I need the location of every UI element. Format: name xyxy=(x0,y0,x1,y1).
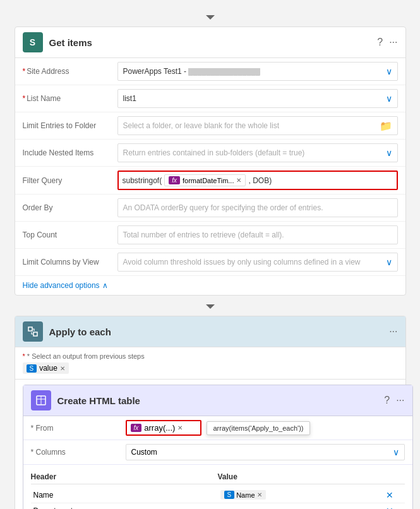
filter-query-input[interactable]: substringof( fx formatDateTim... ✕ , DOB… xyxy=(117,171,398,190)
site-address-label: *Site Address xyxy=(23,67,117,76)
name-token-s-icon: S xyxy=(224,491,235,499)
site-address-row: *Site Address PowerApps Test1 - ████████… xyxy=(15,58,405,85)
top-count-placeholder: Total number of entries to retrieve (def… xyxy=(123,231,284,239)
name-token-label: Name xyxy=(236,491,255,499)
help-icon[interactable]: ? xyxy=(377,37,383,48)
apply-each-header: Apply to each ··· xyxy=(15,316,405,347)
create-html-table-card: Create HTML table ? ··· * From fx array(… xyxy=(23,385,413,509)
filter-query-row: Filter Query substringof( fx formatDateT… xyxy=(15,167,405,195)
limit-columns-input[interactable]: Avoid column threshold issues by only us… xyxy=(117,253,398,272)
limit-columns-row: Limit Columns by View Avoid column thres… xyxy=(15,249,405,276)
format-date-token-label: formatDateTim... xyxy=(183,177,234,184)
value-token-s-icon: S xyxy=(27,364,37,373)
filter-query-label: Filter Query xyxy=(23,176,117,185)
get-items-header: S Get items ? ··· xyxy=(15,27,405,58)
list-name-dropdown-arrow[interactable]: ∨ xyxy=(386,93,392,104)
department-header-value: Department xyxy=(33,506,73,509)
department-header-cell: Department xyxy=(31,505,218,509)
from-label: * From xyxy=(31,424,126,433)
filter-query-prefix: substringof( xyxy=(123,176,162,185)
nested-items-label: Include Nested Items xyxy=(23,148,117,157)
top-count-input[interactable]: Total number of entries to retrieve (def… xyxy=(117,225,398,244)
create-html-actions[interactable]: ? ··· xyxy=(384,395,404,406)
order-by-row: Order By An ODATA orderBy query for spec… xyxy=(15,195,405,222)
limit-folder-placeholder: Select a folder, or leave blank for the … xyxy=(123,121,279,130)
limit-columns-label: Limit Columns by View xyxy=(23,258,117,266)
columns-value-text: Custom xyxy=(131,448,157,457)
apply-each-more-icon[interactable]: ··· xyxy=(389,326,397,337)
top-count-label: Top Count xyxy=(23,231,117,239)
limit-folder-label: Limit Entries to Folder xyxy=(23,121,117,130)
create-html-help-icon[interactable]: ? xyxy=(384,395,390,406)
select-output-label: * * Select an output from previous steps xyxy=(23,352,398,360)
get-items-card: S Get items ? ··· *Site Address PowerApp… xyxy=(15,27,406,296)
format-date-token[interactable]: fx formatDateTim... ✕ xyxy=(164,174,246,186)
array-tooltip: array(items('Apply_to_each')) xyxy=(207,421,311,435)
nested-items-input[interactable]: Return entries contained in sub-folders … xyxy=(117,143,398,162)
select-output-section: * * Select an output from previous steps… xyxy=(15,347,405,380)
middle-arrow xyxy=(204,299,217,312)
name-token[interactable]: S Name ✕ xyxy=(220,490,266,500)
department-row-delete[interactable]: ✕ xyxy=(386,506,405,509)
format-date-token-close[interactable]: ✕ xyxy=(236,177,241,184)
apply-each-actions[interactable]: ··· xyxy=(389,326,397,337)
header-col-label: Header xyxy=(31,472,218,481)
hide-advanced-label: Hide advanced options xyxy=(23,281,100,290)
name-header-cell: Name xyxy=(31,489,218,501)
folder-icon[interactable]: 📁 xyxy=(380,120,392,132)
columns-input[interactable]: Custom ∨ xyxy=(126,444,405,460)
table-row: Name S Name ✕ ✕ xyxy=(31,487,405,503)
get-items-actions[interactable]: ? ··· xyxy=(377,37,397,48)
site-address-value: PowerApps Test1 - ████████████████ xyxy=(123,67,260,76)
order-by-label: Order By xyxy=(23,203,117,212)
filter-query-suffix: , DOB) xyxy=(248,176,272,185)
get-items-title: Get items xyxy=(49,37,371,48)
name-value-cell: S Name ✕ xyxy=(218,489,386,501)
limit-folder-row: Limit Entries to Folder Select a folder,… xyxy=(15,112,405,140)
create-html-title: Create HTML table xyxy=(57,395,378,406)
array-tooltip-text: array(items('Apply_to_each')) xyxy=(213,424,304,432)
columns-row: * Columns Custom ∨ xyxy=(23,440,412,465)
list-name-input[interactable]: list1 ∨ xyxy=(117,89,398,108)
value-token-close[interactable]: ✕ xyxy=(60,365,65,372)
hide-advanced-options-link[interactable]: Hide advanced options ∧ xyxy=(15,276,405,295)
columns-label: * Columns xyxy=(31,448,126,457)
from-token-box[interactable]: fx array(...) ✕ xyxy=(126,420,201,436)
nested-items-placeholder: Return entries contained in sub-folders … xyxy=(123,148,305,157)
nested-items-row: Include Nested Items Return entries cont… xyxy=(15,140,405,167)
limit-columns-dropdown-arrow[interactable]: ∨ xyxy=(386,257,392,267)
list-name-value: list1 xyxy=(123,94,136,103)
limit-folder-input[interactable]: Select a folder, or leave blank for the … xyxy=(117,116,398,135)
from-fx-icon: fx xyxy=(131,424,142,432)
value-token-label: value xyxy=(39,364,57,373)
select-output-text: * Select an output from previous steps xyxy=(27,352,145,360)
get-items-body: *Site Address PowerApps Test1 - ████████… xyxy=(15,58,405,295)
value-col-label: Value xyxy=(218,472,386,481)
from-token-label: array(...) xyxy=(144,423,175,433)
name-header-value: Name xyxy=(33,491,54,500)
limit-columns-placeholder: Avoid column threshold issues by only us… xyxy=(123,258,361,266)
header-value-section: Header Value Name S Name ✕ ✕ xyxy=(23,465,412,509)
hv-header-row: Header Value xyxy=(31,470,405,484)
top-count-row: Top Count Total number of entries to ret… xyxy=(15,222,405,249)
name-token-close[interactable]: ✕ xyxy=(257,491,262,498)
value-token[interactable]: S value ✕ xyxy=(23,362,69,374)
site-address-input[interactable]: PowerApps Test1 - ████████████████ ∨ xyxy=(117,62,398,81)
create-html-header: Create HTML table ? ··· xyxy=(23,385,412,416)
create-html-more-icon[interactable]: ··· xyxy=(396,395,404,406)
value-token-row: S value ✕ xyxy=(23,362,398,374)
nested-items-dropdown-arrow[interactable]: ∨ xyxy=(386,148,392,158)
columns-dropdown-arrow[interactable]: ∨ xyxy=(393,447,399,457)
more-options-icon[interactable]: ··· xyxy=(389,37,397,48)
from-token-close[interactable]: ✕ xyxy=(177,424,183,431)
apply-to-each-card: Apply to each ··· * * Select an output f… xyxy=(15,316,406,509)
order-by-input[interactable]: An ODATA orderBy query for specifying th… xyxy=(117,198,398,217)
from-row: * From fx array(...) ✕ array(items('Appl… xyxy=(23,416,412,440)
site-address-dropdown-arrow[interactable]: ∨ xyxy=(386,66,392,76)
apply-each-title: Apply to each xyxy=(49,326,383,337)
name-row-delete[interactable]: ✕ xyxy=(386,490,405,500)
list-name-label: *List Name xyxy=(23,94,117,103)
create-html-icon xyxy=(31,390,51,410)
get-items-icon: S xyxy=(23,32,43,52)
list-name-row: *List Name list1 ∨ xyxy=(15,85,405,112)
